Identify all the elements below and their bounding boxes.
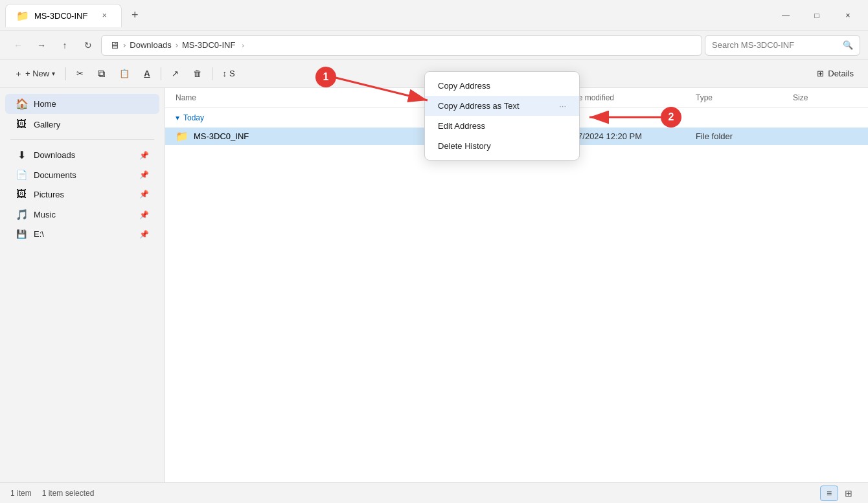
sidebar-downloads-label: Downloads bbox=[34, 150, 75, 160]
edit-address-label: Edit Address bbox=[438, 121, 485, 131]
file-type: File folder bbox=[696, 131, 793, 141]
refresh-button[interactable]: ↻ bbox=[78, 35, 98, 56]
tab-close-button[interactable]: × bbox=[98, 9, 111, 22]
paste-icon: 📋 bbox=[119, 69, 130, 78]
file-name-label: MS-3DC0_INF bbox=[194, 131, 249, 141]
sidebar-documents-label: Documents bbox=[34, 170, 76, 180]
item-count: 1 item bbox=[10, 489, 32, 498]
up-button[interactable]: ↑ bbox=[54, 35, 75, 56]
folder-icon: 📁 bbox=[176, 130, 188, 142]
sidebar-gallery-label: Gallery bbox=[34, 120, 60, 129]
toolbar-separator-2 bbox=[161, 67, 161, 80]
copy-button[interactable]: ⧉ bbox=[91, 63, 111, 84]
sidebar-item-documents[interactable]: 📄 Documents 📌 bbox=[5, 166, 159, 184]
address-downloads[interactable]: Downloads bbox=[130, 40, 171, 50]
new-chevron: ▾ bbox=[52, 70, 55, 77]
sidebar-item-edrive[interactable]: 💾 E:\ 📌 bbox=[5, 225, 159, 243]
new-icon: ＋ bbox=[14, 68, 23, 80]
view-buttons: ≡ ⊞ bbox=[820, 486, 858, 501]
sidebar-music-label: Music bbox=[34, 210, 56, 219]
minimize-button[interactable]: — bbox=[771, 5, 801, 26]
computer-icon: 🖥 bbox=[109, 39, 119, 50]
context-menu-item-delete-history[interactable]: Delete History bbox=[425, 136, 579, 156]
forward-button[interactable]: → bbox=[31, 35, 52, 56]
sidebar-pictures-label: Pictures bbox=[34, 190, 64, 199]
address-chevron: › bbox=[242, 41, 244, 49]
item-selected: 1 item selected bbox=[42, 489, 95, 498]
address-folder[interactable]: MS-3DC0-INF bbox=[182, 40, 235, 50]
new-tab-button[interactable]: + bbox=[124, 5, 145, 26]
maximize-button[interactable]: □ bbox=[802, 5, 832, 26]
music-icon: 🎵 bbox=[16, 208, 27, 221]
documents-icon: 📄 bbox=[16, 170, 27, 180]
sidebar-item-downloads[interactable]: ⬇ Downloads 📌 bbox=[5, 145, 159, 165]
copy-address-label: Copy Address bbox=[438, 81, 490, 91]
new-button[interactable]: ＋ + New ▾ bbox=[8, 63, 62, 84]
rename-icon: A bbox=[144, 69, 150, 78]
delete-icon: 🗑 bbox=[193, 69, 201, 78]
nav-bar: ← → ↑ ↻ 🖥 › Downloads › MS-3DC0-INF › 🔍 bbox=[0, 31, 868, 60]
edrive-pin-icon: 📌 bbox=[139, 230, 149, 239]
context-menu: Copy Address Copy Address as Text ··· Ed… bbox=[424, 71, 580, 161]
sidebar-divider bbox=[10, 139, 154, 140]
sidebar-item-home[interactable]: 🏠 Home bbox=[5, 94, 159, 114]
close-button[interactable]: × bbox=[833, 5, 863, 26]
pictures-pin-icon: 📌 bbox=[139, 190, 149, 199]
title-bar: 📁 MS-3DC0-INF × + — □ × bbox=[0, 0, 868, 31]
delete-history-label: Delete History bbox=[438, 141, 491, 151]
search-bar[interactable]: 🔍 bbox=[705, 35, 860, 56]
back-button[interactable]: ← bbox=[8, 35, 29, 56]
details-icon: ⊞ bbox=[817, 69, 824, 78]
context-menu-item-copy-address[interactable]: Copy Address bbox=[425, 76, 579, 96]
file-date: 10/7/2024 12:20 PM bbox=[566, 131, 696, 141]
copy-address-text-label: Copy Address as Text bbox=[438, 101, 520, 111]
sort-label: S bbox=[229, 69, 235, 78]
copy-icon: ⧉ bbox=[98, 68, 105, 80]
share-button[interactable]: ↗ bbox=[165, 63, 185, 84]
gallery-icon: 🖼 bbox=[16, 118, 27, 130]
details-button[interactable]: ⊞ Details bbox=[810, 63, 860, 84]
address-sep-1: › bbox=[123, 40, 126, 50]
pictures-icon: 🖼 bbox=[16, 188, 27, 200]
copy-address-text-shortcut: ··· bbox=[559, 101, 566, 111]
col-type[interactable]: Type bbox=[696, 91, 793, 105]
sidebar-item-gallery[interactable]: 🖼 Gallery bbox=[5, 115, 159, 134]
tab-ms3dc0[interactable]: 📁 MS-3DC0-INF × bbox=[5, 4, 122, 27]
search-input[interactable] bbox=[712, 40, 839, 50]
sort-button[interactable]: ↕ S bbox=[216, 63, 242, 84]
address-bar[interactable]: 🖥 › Downloads › MS-3DC0-INF › bbox=[101, 35, 702, 56]
cut-button[interactable]: ✂ bbox=[70, 63, 90, 84]
music-pin-icon: 📌 bbox=[139, 210, 149, 219]
details-label: Details bbox=[828, 69, 854, 78]
cut-icon: ✂ bbox=[76, 69, 84, 78]
toolbar-separator-1 bbox=[65, 67, 66, 80]
context-menu-item-edit-address[interactable]: Edit Address bbox=[425, 116, 579, 136]
downloads-icon: ⬇ bbox=[16, 149, 27, 161]
status-bar: 1 item 1 item selected ≡ ⊞ bbox=[0, 482, 868, 503]
toolbar-separator-3 bbox=[212, 67, 212, 80]
group-label: Today bbox=[183, 113, 204, 122]
address-sep-2: › bbox=[176, 40, 178, 50]
grid-view-icon: ⊞ bbox=[845, 488, 852, 498]
downloads-pin-icon: 📌 bbox=[139, 151, 149, 160]
edrive-icon: 💾 bbox=[16, 229, 27, 239]
sidebar-item-pictures[interactable]: 🖼 Pictures 📌 bbox=[5, 184, 159, 204]
paste-button[interactable]: 📋 bbox=[113, 63, 136, 84]
sidebar-home-label: Home bbox=[34, 99, 56, 109]
sidebar-item-music[interactable]: 🎵 Music 📌 bbox=[5, 205, 159, 225]
grid-view-button[interactable]: ⊞ bbox=[839, 486, 858, 501]
col-date[interactable]: Date modified bbox=[566, 91, 696, 105]
sidebar-edrive-label: E:\ bbox=[34, 229, 44, 239]
rename-button[interactable]: A bbox=[137, 63, 156, 84]
sort-icon: ↕ bbox=[223, 69, 227, 78]
sidebar: 🏠 Home 🖼 Gallery ⬇ Downloads 📌 📄 Documen… bbox=[0, 88, 165, 482]
share-icon: ↗ bbox=[172, 69, 179, 78]
context-menu-item-copy-address-text[interactable]: Copy Address as Text ··· bbox=[425, 96, 579, 116]
group-chevron-icon: ▾ bbox=[176, 113, 179, 122]
documents-pin-icon: 📌 bbox=[139, 170, 149, 179]
list-view-button[interactable]: ≡ bbox=[820, 486, 838, 501]
delete-button[interactable]: 🗑 bbox=[187, 63, 208, 84]
col-size[interactable]: Size bbox=[793, 91, 858, 105]
new-label: + New bbox=[25, 69, 49, 78]
home-icon: 🏠 bbox=[16, 98, 27, 110]
